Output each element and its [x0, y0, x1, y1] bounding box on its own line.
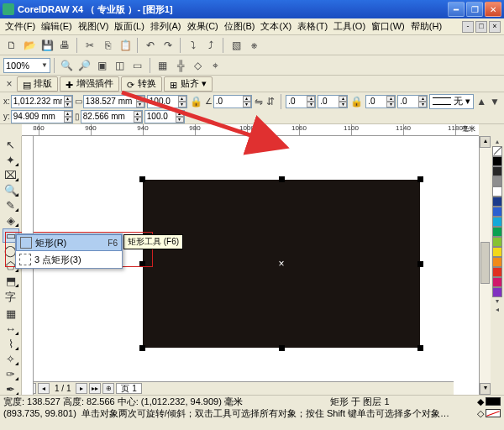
copy-button[interactable]: ⎘ [99, 37, 116, 54]
add-page-button[interactable]: ⊕ [102, 383, 114, 394]
resize-handle-ne[interactable] [417, 176, 423, 182]
color-swatch[interactable] [492, 267, 502, 277]
x-position-field[interactable]: ▴▾ [11, 95, 73, 108]
snap-object-icon[interactable]: ◇ [190, 57, 207, 74]
scroll-track[interactable] [480, 148, 491, 383]
color-swatch[interactable] [492, 176, 502, 186]
dynamic-guide-icon[interactable]: ⌖ [207, 57, 224, 74]
snap-guide-icon[interactable]: ╬ [172, 57, 189, 74]
next-page-button[interactable]: ▸ [76, 383, 87, 394]
flyout-item-rectangle[interactable]: 矩形(R) F6 [16, 234, 122, 251]
color-swatch[interactable] [492, 166, 502, 176]
outline-swatch[interactable] [486, 409, 501, 417]
dimension-tool[interactable]: ↔ [3, 322, 19, 336]
restore-button[interactable]: ❐ [466, 2, 483, 17]
menu-effects[interactable]: 效果(C) [186, 18, 220, 34]
zoom-tool[interactable]: 🔍 [3, 183, 19, 197]
shape-tool[interactable]: ✦ [3, 153, 19, 167]
eyedropper-tool[interactable]: ✑ [3, 367, 19, 381]
redo-button[interactable]: ↷ [160, 37, 176, 54]
palette-scroll-down[interactable]: ▾ [496, 297, 499, 306]
print-button[interactable]: 🖶 [56, 37, 73, 54]
menu-text[interactable]: 文本(X) [259, 18, 293, 34]
palette-expand[interactable]: ◂ [496, 306, 499, 314]
flyout-item-3point-rectangle[interactable]: 3 点矩形(3) [16, 251, 122, 268]
zoom-level-select[interactable]: ▼ [3, 58, 50, 73]
to-back-icon[interactable]: ▼ [489, 93, 501, 110]
color-swatch[interactable] [492, 237, 502, 247]
menu-bitmap[interactable]: 位图(B) [223, 18, 257, 34]
smart-fill-tool[interactable]: ◈ [3, 213, 19, 228]
welcome-button[interactable]: ⎈ [245, 37, 262, 54]
crop-tool[interactable]: ⌧ [3, 168, 19, 182]
scroll-up-button[interactable]: ▴ [480, 136, 491, 148]
resize-handle-e[interactable] [417, 261, 423, 267]
zoom-in-icon[interactable]: 🔍 [59, 57, 76, 74]
zoom-fit-icon[interactable]: ▣ [94, 57, 111, 74]
menu-view[interactable]: 视图(V) [76, 18, 111, 34]
table-tool[interactable]: ▦ [3, 307, 19, 321]
lock-corners-icon[interactable]: 🔒 [349, 93, 364, 110]
snap-grid-icon[interactable]: ▦ [155, 57, 171, 74]
tabbar-close-icon[interactable]: × [3, 78, 15, 90]
scroll-down-button[interactable]: ▾ [480, 383, 491, 395]
menu-help[interactable]: 帮助(H) [409, 18, 444, 34]
mdi-close-button[interactable]: × [489, 21, 501, 33]
menu-edit[interactable]: 编辑(E) [39, 18, 74, 34]
swatch-none[interactable] [492, 146, 502, 156]
selected-rectangle-shape[interactable]: × [143, 180, 420, 348]
paste-button[interactable]: 📋 [117, 37, 134, 54]
ruler-horizontal[interactable]: 毫米 86090094098010001060110011401180 [22, 124, 479, 136]
open-button[interactable]: 📂 [21, 37, 38, 54]
tab-plugins[interactable]: ✚增强插件 [60, 76, 119, 92]
zoom-page-icon[interactable]: ▭ [129, 57, 146, 74]
tab-layout[interactable]: ▤排版 [17, 76, 58, 92]
effects-tool[interactable]: ✧ [3, 352, 19, 366]
color-swatch[interactable] [492, 257, 502, 267]
basic-shapes-tool[interactable]: ⬒ [3, 274, 19, 288]
rotation-field[interactable]: ▴▾ [213, 95, 252, 108]
menu-arrange[interactable]: 排列(A) [149, 18, 183, 34]
color-swatch[interactable] [492, 287, 502, 297]
width-field[interactable]: ▴▾ [83, 95, 145, 108]
outline-width-select[interactable]: 无 ▾ [429, 94, 474, 109]
height-field[interactable]: ▴▾ [81, 110, 143, 123]
mirror-v-icon[interactable]: ⇵ [265, 93, 276, 110]
resize-handle-se[interactable] [417, 345, 423, 351]
color-swatch[interactable] [492, 186, 502, 197]
corner2-field[interactable]: ▴▾ [318, 95, 348, 108]
new-button[interactable]: 🗋 [3, 37, 20, 54]
freehand-tool[interactable]: ✎ [3, 198, 19, 212]
connector-tool[interactable]: ⌇ [3, 337, 19, 351]
export-button[interactable]: ⤴ [202, 37, 219, 54]
app-launcher-button[interactable]: ▧ [228, 37, 244, 54]
close-button[interactable]: ✕ [485, 2, 501, 17]
undo-button[interactable]: ↶ [142, 37, 159, 54]
scale-y-field[interactable]: ▴▾ [144, 110, 185, 123]
resize-handle-sw[interactable] [139, 345, 145, 351]
mdi-minimize-button[interactable]: - [462, 21, 474, 33]
mirror-h-icon[interactable]: ⇋ [254, 93, 264, 110]
color-swatch[interactable] [492, 277, 502, 287]
corner1-field[interactable]: ▴▾ [286, 95, 316, 108]
fill-swatch[interactable] [486, 397, 501, 406]
lock-ratio-icon[interactable]: 🔒 [189, 93, 203, 110]
tab-snap[interactable]: ⊞贴齐 ▾ [164, 76, 213, 92]
cut-button[interactable]: ✂ [81, 37, 98, 54]
menu-layout[interactable]: 版面(L) [113, 18, 145, 34]
scroll-thumb[interactable] [480, 242, 490, 284]
scale-x-field[interactable]: ▴▾ [147, 95, 187, 108]
zoom-out-icon[interactable]: 🔎 [76, 57, 93, 74]
text-tool[interactable]: 字 [3, 289, 19, 306]
menu-tools[interactable]: 工具(O) [332, 18, 367, 34]
zoom-selection-icon[interactable]: ◫ [112, 57, 129, 74]
color-swatch[interactable] [492, 247, 502, 257]
mdi-restore-button[interactable]: □ [475, 21, 487, 33]
to-front-icon[interactable]: ▲ [475, 93, 487, 110]
menu-table[interactable]: 表格(T) [296, 18, 329, 34]
color-swatch[interactable] [492, 156, 502, 166]
menu-file[interactable]: 文件(F) [3, 18, 37, 34]
color-swatch[interactable] [492, 227, 502, 237]
color-swatch[interactable] [492, 207, 502, 217]
resize-handle-s[interactable] [279, 345, 285, 351]
